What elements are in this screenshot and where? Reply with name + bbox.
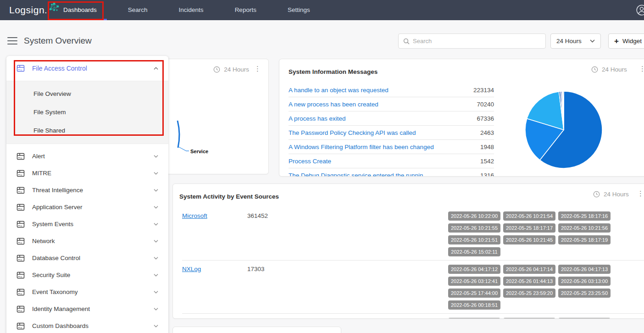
timestamp-chip[interactable]: 2022-05-26 10:21:45: [503, 235, 555, 244]
chevron-down-icon: [154, 222, 158, 227]
dashboard-icon: [17, 237, 25, 245]
timestamp-chip[interactable]: 2022-05-26 04:17:12: [448, 265, 500, 274]
timestamp-chip[interactable]: 2022-05-26 03:12:41: [448, 277, 500, 286]
nav-item-incidents[interactable]: Incidents: [163, 0, 219, 20]
sidebar-item-label: Network: [32, 238, 146, 244]
sidebar-item-custom-dashboards[interactable]: Custom Dashboards: [6, 317, 168, 333]
chevron-down-icon: [154, 239, 158, 244]
timestamp-chip[interactable]: 2022-05-25 23:59:20: [503, 289, 555, 298]
sidebar-subitem-file-overview[interactable]: File Overview: [6, 85, 168, 103]
timestamp-chip[interactable]: 2022-05-26 10:22:00: [448, 211, 500, 221]
sidebar-subitem-file-shared[interactable]: File Shared: [6, 122, 168, 140]
timestamp-chip[interactable]: [558, 318, 611, 319]
time-range-value: 24 Hours: [556, 38, 582, 44]
timestamp-chip[interactable]: 2022-05-25 18:17:16: [558, 211, 611, 221]
chevron-down-icon: [154, 290, 158, 294]
kebab-menu-icon[interactable]: ⋮: [252, 65, 263, 72]
dashboard-icon: [17, 305, 25, 313]
sidebar-item-label: Event Taxonomy: [32, 289, 146, 295]
sidebar-item-event-taxonomy[interactable]: Event Taxonomy: [6, 283, 168, 300]
nav-item-settings[interactable]: Settings: [272, 0, 326, 20]
sidebar-item-label: Identity Management: [32, 305, 146, 312]
message-row: The Password Policy Checking API was cal…: [289, 126, 494, 140]
message-link[interactable]: The Password Policy Checking API was cal…: [289, 129, 416, 136]
dashboard-icon: [17, 64, 25, 72]
timestamp-chips: 2022-05-26 10:22:002022-05-26 10:21:5420…: [448, 211, 616, 256]
message-row: A process has exited67336: [289, 111, 494, 126]
sidebar-item-application-server[interactable]: Application Server: [6, 199, 168, 216]
user-account-icon[interactable]: [636, 4, 644, 16]
sidebar-item-database-control[interactable]: Database Control: [6, 250, 168, 266]
timestamp-chip[interactable]: 2022-05-26 00:18:51: [448, 300, 500, 310]
message-count: 2463: [480, 129, 494, 136]
timestamp-chip[interactable]: 2022-05-25 18:17:19: [558, 235, 611, 244]
sidebar-subitem-file-system[interactable]: File System: [6, 103, 168, 122]
menu-hamburger-icon[interactable]: [7, 37, 17, 44]
event-source-link[interactable]: Microsoft: [182, 212, 207, 219]
message-link[interactable]: A Windows Filtering Platform filter has …: [289, 144, 434, 150]
kebab-menu-icon[interactable]: ⋮: [637, 65, 644, 72]
sidebar-item-label: File Access Control: [32, 65, 146, 72]
nav-item-label: Incidents: [179, 6, 204, 13]
search-box: [398, 33, 546, 49]
event-source-count: 17303: [247, 266, 265, 272]
dashboard-icon: [17, 203, 25, 211]
event-source-link[interactable]: NXLog: [182, 266, 201, 272]
widget-time-range: 24 Hours: [602, 66, 627, 73]
message-link[interactable]: Process Create: [289, 158, 331, 165]
message-row: A handle to an object was requested22313…: [289, 83, 494, 97]
message-row: The Debug Diagnostic service entered the…: [289, 168, 494, 177]
sidebar-item-security-suite[interactable]: Security Suite: [6, 266, 168, 283]
message-link[interactable]: A new process has been created: [289, 101, 378, 108]
sidebar-item-label: Threat Intelligence: [32, 187, 146, 194]
timestamp-chip[interactable]: 2022-05-26 10:21:51: [448, 235, 500, 244]
nav-item-reports[interactable]: Reports: [219, 0, 272, 20]
timestamp-chip[interactable]: 2022-05-25 23:25:50: [558, 289, 611, 298]
dashboard-icon: [17, 152, 25, 161]
timestamp-chip[interactable]: 2022-05-26 10:21:54: [503, 211, 555, 221]
nav-item-label: Reports: [235, 6, 256, 13]
pie-slice-label: Service: [190, 149, 208, 154]
timestamp-chip[interactable]: 2022-05-26 10:21:55: [448, 223, 500, 233]
nav-item-label: Search: [128, 6, 148, 13]
timestamp-chip[interactable]: 2022-05-26 15:02:11: [448, 247, 500, 256]
chevron-down-icon: [590, 39, 595, 43]
sidebar-item-identity-management[interactable]: Identity Management: [6, 300, 168, 317]
timestamp-chip[interactable]: 2022-05-25 17:44:00: [448, 289, 500, 298]
time-range-select[interactable]: 24 Hours: [550, 33, 601, 49]
message-count: 1948: [480, 144, 494, 150]
chevron-up-icon: [154, 66, 158, 71]
message-link[interactable]: A handle to an object was requested: [289, 87, 389, 94]
timestamp-chip[interactable]: 2022-05-26 01:44:13: [503, 277, 555, 286]
timestamp-chip[interactable]: 2022-05-26 04:17:14: [503, 265, 555, 274]
nav-item-dashboards[interactable]: Dashboards: [48, 0, 112, 20]
clock-icon: [213, 66, 220, 73]
kebab-menu-icon[interactable]: ⋮: [635, 190, 644, 197]
sidebar-item-mitre[interactable]: MITRE: [6, 165, 168, 182]
chevron-down-icon: [154, 188, 158, 193]
timestamp-chip[interactable]: 2022-05-26 10:21:56: [558, 223, 611, 233]
sidebar-item-alert[interactable]: Alert: [6, 148, 168, 165]
dashboards-menu-list: AlertMITREThreat IntelligenceApplication…: [6, 144, 168, 333]
search-input[interactable]: [413, 38, 541, 44]
clock-icon: [593, 191, 600, 198]
timestamp-chip[interactable]: 2022-05-25 18:17:17: [503, 223, 555, 233]
timestamp-chip[interactable]: 2022-05-26 04:17:13: [558, 265, 611, 274]
sidebar-item-file-access-control[interactable]: File Access Control: [6, 56, 168, 81]
chevron-down-icon: [154, 205, 158, 210]
brand-text: Logsign: [9, 5, 44, 16]
nav-item-search[interactable]: Search: [112, 0, 163, 20]
timestamp-chip[interactable]: 2022-05-26 03:13:00: [558, 277, 611, 286]
sidebar-item-label: Security Suite: [32, 272, 146, 278]
message-link[interactable]: A process has exited: [289, 115, 346, 122]
add-widget-button[interactable]: + Widget: [608, 33, 644, 49]
dashboard-icon: [17, 288, 25, 296]
sidebar-item-system-events[interactable]: System Events: [6, 216, 168, 233]
sidebar-item-threat-intelligence[interactable]: Threat Intelligence: [6, 182, 168, 199]
timestamp-chip[interactable]: [503, 318, 555, 319]
event-source-count: 361452: [247, 212, 268, 219]
sidebar-item-network[interactable]: Network: [6, 233, 168, 250]
sidebar-item-label: MITRE: [32, 170, 146, 177]
message-link[interactable]: The Debug Diagnostic service entered the…: [289, 172, 423, 177]
timestamp-chip[interactable]: [448, 318, 500, 319]
